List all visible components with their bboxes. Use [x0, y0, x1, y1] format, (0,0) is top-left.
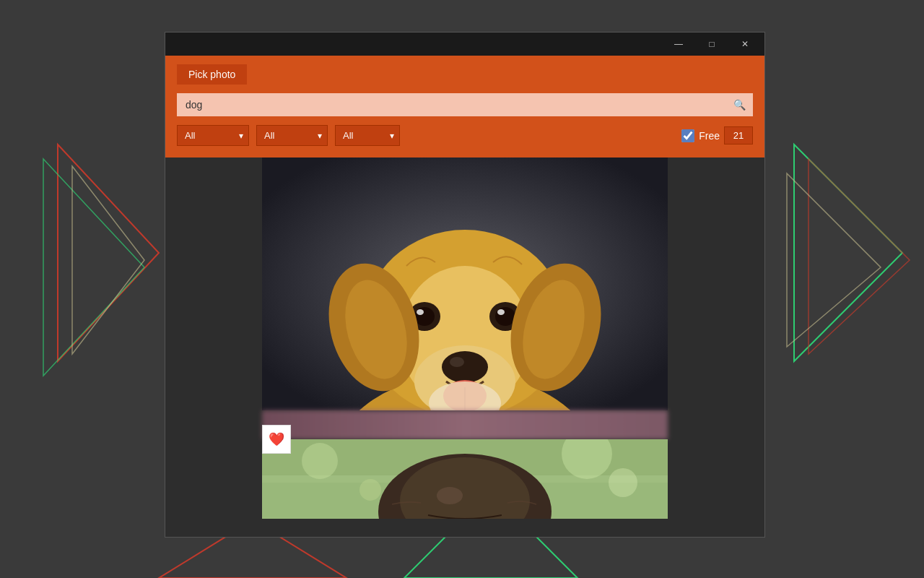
svg-marker-5: [787, 173, 881, 347]
app-header: Pick photo 🔍 All Photo Vector Illustrati…: [165, 56, 764, 158]
pick-photo-button[interactable]: Pick photo: [177, 64, 247, 85]
svg-marker-4: [808, 159, 910, 354]
filter-size-select[interactable]: All Small Medium Large: [335, 125, 400, 146]
photo-item-1[interactable]: [262, 158, 668, 410]
search-button[interactable]: 🔍: [726, 93, 753, 116]
free-filter-group: Free: [681, 126, 753, 144]
svg-point-24: [497, 309, 505, 315]
svg-point-33: [302, 443, 338, 479]
title-bar: — □ ✕: [165, 33, 764, 56]
svg-point-16: [450, 357, 464, 367]
filter-size-wrapper: All Horizontal Vertical Square: [256, 125, 328, 146]
like-button[interactable]: ❤️: [262, 425, 291, 454]
photos-list: ❤️: [165, 158, 764, 519]
svg-point-23: [495, 307, 515, 326]
free-label: Free: [699, 130, 720, 142]
count-input[interactable]: [724, 126, 753, 144]
filter-orientation-select[interactable]: All Horizontal Vertical Square: [256, 125, 328, 146]
search-row: 🔍: [177, 93, 753, 116]
photo-item-2[interactable]: [262, 439, 668, 519]
svg-point-39: [437, 487, 463, 504]
search-icon: 🔍: [733, 99, 746, 111]
filter-type-select[interactable]: All Photo Vector Illustration: [177, 125, 249, 146]
svg-point-15: [442, 351, 488, 383]
close-button[interactable]: ✕: [728, 33, 762, 56]
free-checkbox[interactable]: [681, 129, 694, 142]
svg-point-35: [609, 468, 637, 497]
maximize-button[interactable]: □: [695, 33, 728, 56]
minimize-button[interactable]: —: [662, 33, 695, 56]
filters-row: All Photo Vector Illustration All Horizo…: [177, 125, 753, 146]
filter-orientation-wrapper: All Photo Vector Illustration: [177, 125, 249, 146]
filter-color-wrapper: All Small Medium Large: [335, 125, 400, 146]
search-input[interactable]: [177, 93, 726, 116]
svg-point-21: [417, 309, 424, 315]
svg-point-20: [414, 307, 435, 326]
svg-marker-0: [58, 144, 159, 361]
photo-image-2: [262, 439, 668, 519]
heart-icon: ❤️: [269, 431, 284, 447]
svg-point-36: [359, 479, 381, 501]
app-window: — □ ✕ Pick photo 🔍 All Photo Vector Illu…: [165, 32, 765, 538]
svg-marker-1: [43, 159, 144, 376]
photo-image-1: [262, 158, 668, 410]
svg-marker-3: [794, 144, 902, 361]
svg-marker-2: [72, 166, 144, 354]
blur-separator: [262, 410, 668, 439]
content-area[interactable]: ❤️: [165, 158, 764, 537]
